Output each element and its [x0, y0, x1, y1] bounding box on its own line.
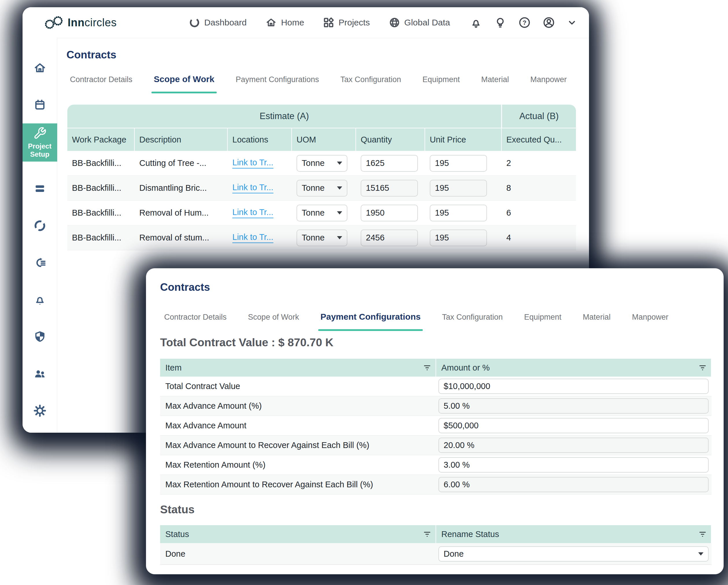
tab-equipment[interactable]: Equipment — [422, 75, 460, 84]
work-package-cell: BB-Backfilli... — [67, 183, 135, 193]
table-group-header-row: Estimate (A) Actual (B) — [67, 105, 576, 128]
tab-scope-of-work[interactable]: Scope of Work — [154, 74, 214, 84]
sidebar-item-security[interactable] — [23, 318, 57, 355]
tab-payment-configurations[interactable]: Payment Configurations — [320, 312, 421, 322]
item-label: Max Retention Amount to Recover Against … — [160, 480, 436, 489]
tab-tax-configuration[interactable]: Tax Configuration — [442, 313, 502, 322]
globe-icon — [389, 17, 400, 28]
amount-input[interactable]: 3.00 % — [438, 457, 709, 473]
sidebar-item-users[interactable] — [23, 355, 57, 392]
sync-circle-icon — [33, 220, 46, 232]
table-header-row: Work Package Description Locations UOM Q… — [67, 128, 576, 151]
table-row: BB-Backfilli... Dismantling Bric... Link… — [67, 176, 576, 201]
col-amount: Amount or % — [436, 359, 711, 377]
uom-select[interactable]: Tonne — [296, 205, 347, 221]
amount-input[interactable]: 5.00 % — [438, 398, 709, 414]
screenshot-stage: Inncircles Dashboard Home — [0, 0, 728, 585]
unit-price-input[interactable]: 195 — [430, 180, 487, 197]
notifications-bell-icon[interactable] — [470, 17, 482, 29]
nav-item-projects[interactable]: Projects — [323, 17, 370, 28]
executed-qty-cell: 2 — [502, 158, 576, 168]
help-icon[interactable]: ? — [518, 17, 530, 29]
calendar-icon — [33, 99, 46, 111]
amount-input[interactable]: $500,000 — [438, 418, 709, 433]
status-value: Done — [160, 549, 436, 559]
col-quantity: Quantity — [356, 128, 425, 151]
table-row: Max Retention Amount (%) 3.00 % — [160, 455, 711, 475]
tab-material[interactable]: Material — [583, 313, 611, 322]
profile-chevron-down-icon[interactable] — [567, 18, 577, 27]
description-cell: Removal of Hum... — [135, 208, 228, 218]
filter-icon[interactable] — [699, 532, 706, 537]
rename-status-select[interactable]: Done — [438, 546, 709, 562]
select-caret-icon — [337, 186, 342, 189]
amount-input[interactable]: 6.00 % — [438, 477, 709, 492]
uom-select[interactable]: Tonne — [296, 155, 347, 172]
location-link[interactable]: Link to Tr... — [232, 183, 274, 193]
quantity-input[interactable]: 1625 — [361, 155, 418, 172]
contracts-tab-bar: Contractor Details Scope of Work Payment… — [70, 74, 567, 84]
location-link[interactable]: Link to Tr... — [232, 232, 274, 243]
profile-avatar-icon[interactable] — [543, 17, 555, 29]
table-row: Max Advance Amount $500,000 — [160, 416, 711, 436]
unit-price-input[interactable]: 195 — [430, 205, 487, 221]
work-package-cell: BB-Backfilli... — [67, 158, 135, 168]
tab-manpower[interactable]: Manpower — [530, 75, 567, 84]
total-contract-value-heading: Total Contract Value : $ 870.70 K — [160, 336, 334, 349]
tab-material[interactable]: Material — [481, 75, 509, 84]
uom-select[interactable]: Tonne — [296, 180, 347, 197]
tab-equipment[interactable]: Equipment — [524, 313, 562, 322]
nav-item-dashboard[interactable]: Dashboard — [189, 17, 247, 28]
sidebar-item-sync[interactable] — [23, 207, 57, 244]
filter-icon[interactable] — [699, 365, 706, 370]
left-sidebar: Project Setup — [23, 38, 57, 433]
top-nav-bar: Inncircles Dashboard Home — [23, 7, 589, 38]
sidebar-item-label: Project Setup — [25, 142, 55, 159]
col-work-package: Work Package — [67, 128, 135, 151]
sidebar-item-sequence[interactable] — [23, 244, 57, 281]
work-package-cell: BB-Backfilli... — [67, 208, 135, 218]
sidebar-item-project-setup[interactable]: Project Setup — [23, 123, 57, 161]
unit-price-input[interactable]: 195 — [430, 155, 487, 172]
rows-icon — [33, 182, 46, 195]
sidebar-item-notifications[interactable] — [23, 281, 57, 318]
item-label: Max Advance Amount — [160, 421, 436, 430]
wrench-icon — [33, 127, 47, 140]
sidebar-item-home[interactable] — [23, 49, 57, 86]
filter-icon[interactable] — [424, 365, 430, 370]
tab-contractor-details[interactable]: Contractor Details — [70, 75, 132, 84]
quantity-input[interactable]: 15165 — [361, 180, 418, 197]
location-link[interactable]: Link to Tr... — [232, 207, 274, 218]
filter-icon[interactable] — [424, 532, 430, 537]
uom-select[interactable]: Tonne — [296, 229, 347, 246]
tab-manpower[interactable]: Manpower — [632, 313, 669, 322]
unit-price-input[interactable]: 195 — [430, 229, 487, 246]
description-cell: Dismantling Bric... — [135, 183, 228, 193]
tab-scope-of-work[interactable]: Scope of Work — [248, 313, 299, 322]
svg-text:?: ? — [522, 19, 526, 26]
col-status: Status — [160, 525, 436, 543]
executed-qty-cell: 8 — [502, 183, 576, 193]
amount-input[interactable]: 20.00 % — [438, 438, 709, 453]
tab-tax-configuration[interactable]: Tax Configuration — [340, 75, 401, 84]
nav-item-home[interactable]: Home — [266, 17, 304, 28]
users-icon — [33, 367, 47, 380]
tips-lightbulb-icon[interactable] — [494, 17, 506, 29]
tab-contractor-details[interactable]: Contractor Details — [164, 313, 227, 322]
nav-item-global-data[interactable]: Global Data — [389, 17, 450, 28]
page-title: Contracts — [160, 281, 210, 294]
quantity-input[interactable]: 1950 — [361, 205, 418, 221]
sidebar-item-calendar[interactable] — [23, 86, 57, 123]
sidebar-item-forms[interactable] — [23, 170, 57, 207]
amount-input[interactable]: $10,000,000 — [438, 379, 709, 394]
table-row: Max Retention Amount to Recover Against … — [160, 475, 711, 494]
tab-payment-configurations[interactable]: Payment Configurations — [236, 75, 319, 84]
sidebar-item-settings[interactable] — [23, 392, 57, 429]
top-nav-actions: ? — [470, 17, 577, 29]
page-title: Contracts — [67, 49, 116, 61]
quantity-input[interactable]: 2456 — [361, 229, 418, 246]
nav-label: Home — [281, 18, 304, 27]
brand-logo[interactable]: Inncircles — [44, 15, 117, 30]
location-link[interactable]: Link to Tr... — [232, 158, 274, 169]
home-icon — [33, 61, 46, 74]
